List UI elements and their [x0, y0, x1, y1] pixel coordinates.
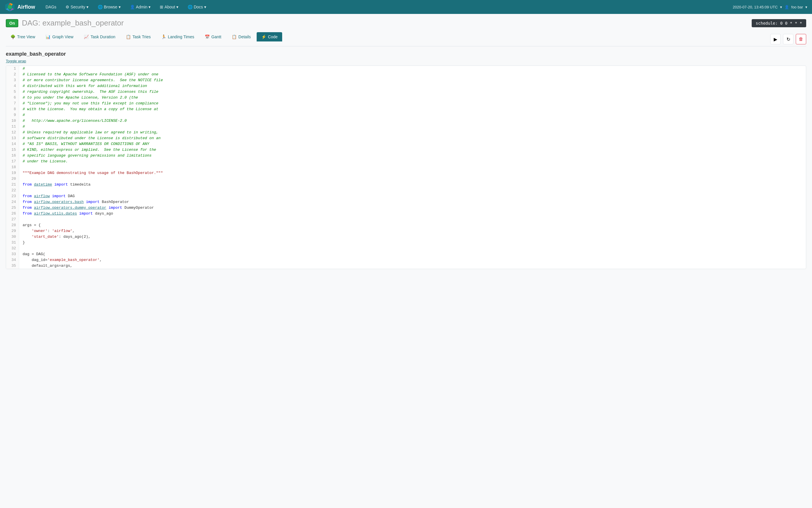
- delete-button[interactable]: 🗑: [796, 34, 806, 44]
- tab-details-label: Details: [239, 35, 251, 39]
- tab-details[interactable]: 📋 Details: [227, 32, 255, 41]
- tab-bar: 🌳 Tree View 📊 Graph View 📈 Task Duration…: [6, 32, 770, 41]
- username[interactable]: foo bar: [792, 5, 803, 9]
- code-line: 15# KIND, either express or implied. See…: [6, 147, 806, 153]
- tab-code-label: Code: [268, 35, 277, 39]
- code-line: 8# with the License. You may obtain a co…: [6, 107, 806, 112]
- dag-status-badge[interactable]: On: [6, 19, 18, 27]
- code-container[interactable]: 1# 2# Licensed to the Apache Software Fo…: [6, 66, 806, 269]
- code-line: 29 'owner': 'airflow',: [6, 228, 806, 234]
- nav-docs-label: Docs: [194, 5, 203, 9]
- code-line: 12# Unless required by applicable law or…: [6, 130, 806, 135]
- airflow-logo-icon: [5, 2, 15, 12]
- tab-code[interactable]: ⚡ Code: [257, 32, 282, 41]
- clock-icon: ▾: [780, 5, 782, 9]
- tab-graph-view-label: Graph View: [52, 35, 73, 39]
- nav-about-label: About: [164, 5, 175, 9]
- nav-dags[interactable]: DAGs: [42, 3, 60, 11]
- brand-link[interactable]: Airflow: [5, 2, 35, 12]
- code-line: 19"""Example DAG demonstrating the usage…: [6, 170, 806, 176]
- code-line: 22: [6, 187, 806, 194]
- nav-security-label: Security: [71, 5, 85, 9]
- chevron-down-icon: ▾: [86, 5, 88, 9]
- gear-icon: ⚙: [66, 5, 69, 9]
- grid-icon: ⊞: [160, 5, 163, 9]
- code-line: 14# "AS IS" BASIS, WITHOUT WARRANTIES OR…: [6, 141, 806, 147]
- dag-title: DAG: example_bash_operator: [22, 18, 124, 28]
- tab-landing-times[interactable]: 🏃 Landing Times: [157, 32, 199, 41]
- dag-name: example_bash_operator: [42, 18, 124, 27]
- nav-admin[interactable]: 👤 Admin ▾: [126, 3, 154, 11]
- tab-task-duration[interactable]: 📈 Task Duration: [79, 32, 120, 41]
- code-line: 4# distributed with this work for additi…: [6, 83, 806, 89]
- tab-task-tries-label: Task Tries: [132, 35, 151, 39]
- chevron-down-icon: ▾: [176, 5, 178, 9]
- docs-globe-icon: 🌐: [187, 5, 193, 9]
- tree-icon: 🌳: [10, 35, 15, 39]
- refresh-button[interactable]: ↻: [783, 34, 794, 44]
- code-line: 31}: [6, 240, 806, 246]
- run-button[interactable]: ▶: [770, 34, 781, 44]
- dag-header: On DAG: example_bash_operator schedule: …: [6, 18, 806, 28]
- user-icon: 👤: [784, 5, 789, 9]
- chevron-down-icon: ▾: [119, 5, 121, 9]
- code-line: 27: [6, 217, 806, 222]
- code-line: 7# "License"); you may not use this file…: [6, 100, 806, 107]
- code-line: 21from datetime import timedelta: [6, 182, 806, 187]
- timestamp: 2020-07-20, 13:45:09 UTC: [733, 5, 778, 9]
- code-line: 32: [6, 246, 806, 251]
- code-line: 35 default_args=args,: [6, 263, 806, 269]
- code-icon: ⚡: [261, 35, 266, 39]
- code-line: 6# to you under the Apache License, Vers…: [6, 95, 806, 100]
- tab-gantt[interactable]: 📅 Gantt: [200, 32, 226, 41]
- user-chevron-icon: ▾: [805, 5, 807, 9]
- code-line: 33dag = DAG(: [6, 251, 806, 257]
- code-line: 26from airflow.utils.dates import days_a…: [6, 211, 806, 217]
- tab-tree-view[interactable]: 🌳 Tree View: [6, 32, 40, 41]
- code-line: 1#: [6, 66, 806, 72]
- code-line: 30 'start_date': days_ago(2),: [6, 234, 806, 240]
- gantt-icon: 📅: [205, 35, 210, 39]
- dag-name-heading: example_bash_operator: [6, 51, 806, 57]
- chevron-down-icon: ▾: [148, 5, 151, 9]
- tab-tree-view-label: Tree View: [17, 35, 35, 39]
- tab-task-tries[interactable]: 📋 Task Tries: [121, 32, 156, 41]
- nav-about[interactable]: ⊞ About ▾: [156, 3, 182, 11]
- page-content: On DAG: example_bash_operator schedule: …: [0, 14, 812, 274]
- nav-docs[interactable]: 🌐 Docs ▾: [184, 3, 210, 11]
- code-line: 24from airflow.operators.bash import Bas…: [6, 199, 806, 205]
- schedule-badge: schedule: 0 0 * * *: [752, 19, 806, 27]
- task-tries-icon: 📋: [126, 35, 131, 39]
- tab-actions-row: 🌳 Tree View 📊 Graph View 📈 Task Duration…: [6, 32, 806, 46]
- nav-browse[interactable]: 🌐 Browse ▾: [94, 3, 124, 11]
- navbar: Airflow DAGs ⚙ Security ▾ 🌐 Browse ▾ 👤 A…: [0, 0, 812, 14]
- code-line: 2# Licensed to the Apache Software Found…: [6, 72, 806, 77]
- toggle-wrap-link[interactable]: Toggle wrap: [6, 59, 806, 63]
- code-line: 11#: [6, 124, 806, 130]
- tab-landing-times-label: Landing Times: [168, 35, 194, 39]
- code-line: 5# regarding copyright ownership. The AS…: [6, 89, 806, 95]
- code-line: 13# software distributed under the Licen…: [6, 135, 806, 141]
- code-line: 3# or more contributor license agreement…: [6, 77, 806, 83]
- details-icon: 📋: [232, 35, 237, 39]
- globe-icon: 🌐: [98, 5, 103, 9]
- nav-security[interactable]: ⚙ Security ▾: [62, 3, 92, 11]
- tab-task-duration-label: Task Duration: [90, 35, 116, 39]
- code-line: 18: [6, 164, 806, 170]
- code-line: 34 dag_id='example_bash_operator',: [6, 257, 806, 263]
- nav-admin-label: Admin: [136, 5, 147, 9]
- tab-graph-view[interactable]: 📊 Graph View: [41, 32, 78, 41]
- code-line: 17# under the License.: [6, 159, 806, 164]
- task-duration-icon: 📈: [84, 35, 89, 39]
- dag-title-area: On DAG: example_bash_operator: [6, 18, 124, 28]
- landing-times-icon: 🏃: [161, 35, 166, 39]
- code-line: 20: [6, 176, 806, 182]
- code-line: 16# specific language governing permissi…: [6, 153, 806, 159]
- person-icon: 👤: [130, 5, 135, 9]
- tab-gantt-label: Gantt: [211, 35, 221, 39]
- chevron-down-icon: ▾: [204, 5, 206, 9]
- dag-prefix: DAG:: [22, 18, 40, 27]
- action-buttons: ▶ ↻ 🗑: [770, 34, 806, 44]
- brand-label: Airflow: [17, 4, 35, 10]
- code-line: 25from airflow.operators.dummy_operator …: [6, 205, 806, 211]
